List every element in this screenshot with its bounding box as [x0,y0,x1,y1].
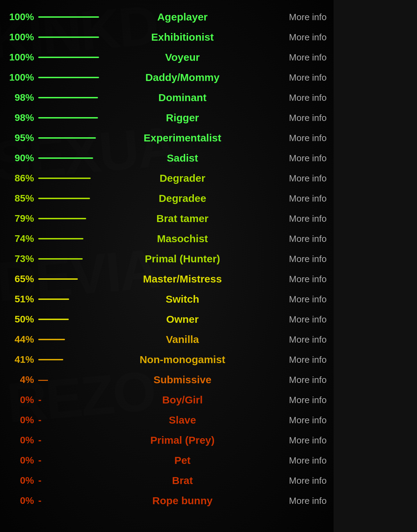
bar-column [38,238,108,240]
list-item: 98%DominantMore info [0,88,334,108]
bar-dash: - [38,435,101,445]
bar-fill [38,258,83,260]
percent-value: 0% [7,415,38,426]
list-item: 0%-Boy/GirlMore info [0,390,334,410]
bar-track [38,97,101,99]
more-info-button[interactable]: More info [257,314,327,325]
more-info-button[interactable]: More info [257,496,327,506]
role-name: Submissive [108,374,257,386]
percent-value: 100% [7,72,38,83]
more-info-button[interactable]: More info [257,234,327,244]
bar-fill [38,278,78,280]
more-info-button[interactable]: More info [257,32,327,43]
bar-column [38,298,108,301]
more-info-button[interactable]: More info [257,254,327,264]
more-info-button[interactable]: More info [257,12,327,23]
bar-column [38,56,108,59]
list-item: 41%Non-monogamistMore info [0,350,334,370]
list-item: 79%Brat tamerMore info [0,208,334,229]
percent-value: 0% [7,435,38,446]
more-info-button[interactable]: More info [257,415,327,426]
role-name: Masochist [108,233,257,245]
percent-value: 0% [7,455,38,466]
more-info-button[interactable]: More info [257,334,327,345]
bar-track [38,16,101,18]
list-item: 65%Master/MistressMore info [0,269,334,289]
more-info-button[interactable]: More info [257,274,327,285]
role-name: Rope bunny [108,495,257,507]
bar-column: - [38,456,108,465]
more-info-button[interactable]: More info [257,52,327,63]
bar-column: - [38,496,108,506]
more-info-button[interactable]: More info [257,395,327,406]
more-info-button[interactable]: More info [257,133,327,144]
more-info-button[interactable]: More info [257,72,327,83]
percent-value: 4% [7,374,38,385]
bar-column [38,338,108,341]
list-item: 44%VanillaMore info [0,329,334,350]
percent-value: 98% [7,112,38,123]
more-info-button[interactable]: More info [257,113,327,123]
role-name: Dominant [108,92,257,104]
bar-track [38,77,101,79]
bar-fill [38,238,83,239]
bar-column [38,278,108,280]
bar-track [38,117,101,119]
percent-value: 85% [7,193,38,204]
more-info-button[interactable]: More info [257,435,327,446]
bar-track [38,178,101,180]
percent-value: 65% [7,273,38,285]
bar-fill [38,198,90,199]
more-info-button[interactable]: More info [257,153,327,164]
list-item: 86%DegraderMore info [0,168,334,188]
bar-fill [38,157,93,159]
bar-track [38,36,101,39]
more-info-button[interactable]: More info [257,92,327,103]
more-info-button[interactable]: More info [257,173,327,184]
bar-track [38,258,101,260]
role-name: Brat [108,475,257,486]
percent-value: 44% [7,334,38,345]
role-name: Boy/Girl [108,394,257,406]
bar-fill [38,16,99,18]
bar-track [38,359,101,361]
list-item: 73%Primal (Hunter)More info [0,249,334,269]
list-item: 74%MasochistMore info [0,229,334,249]
role-name: Degrader [108,172,257,184]
more-info-button[interactable]: More info [257,354,327,365]
role-name: Daddy/Mommy [108,72,257,83]
list-item: 0%-PetMore info [0,450,334,470]
bar-fill [38,339,65,340]
bar-fill [38,117,98,118]
more-info-button[interactable]: More info [257,294,327,305]
bar-fill [38,57,99,58]
percent-value: 90% [7,153,38,164]
percent-value: 74% [7,233,38,244]
percent-value: 51% [7,294,38,305]
bar-track [38,339,101,341]
percent-value: 100% [7,11,38,23]
role-name: Owner [108,313,257,325]
role-name: Vanilla [108,334,257,345]
role-name: Sadist [108,152,257,164]
role-name: Experimentalist [108,132,257,144]
list-item: 95%ExperimentalistMore info [0,128,334,148]
more-info-button[interactable]: More info [257,475,327,486]
more-info-button[interactable]: More info [257,455,327,466]
more-info-button[interactable]: More info [257,375,327,385]
more-info-button[interactable]: More info [257,213,327,224]
list-item: 0%-BratMore info [0,470,334,491]
list-item: 0%-SlaveMore info [0,410,334,430]
bar-column [38,36,108,39]
role-name: Exhibitionist [108,31,257,43]
role-name: Rigger [108,112,257,124]
role-name: Voyeur [108,51,257,63]
list-item: 90%SadistMore info [0,148,334,168]
bar-dash: - [38,496,101,506]
more-info-button[interactable]: More info [257,193,327,204]
bar-fill [38,298,69,300]
percent-value: 41% [7,354,38,365]
bar-fill [38,178,91,179]
percent-value: 100% [7,52,38,63]
bar-track [38,218,101,220]
